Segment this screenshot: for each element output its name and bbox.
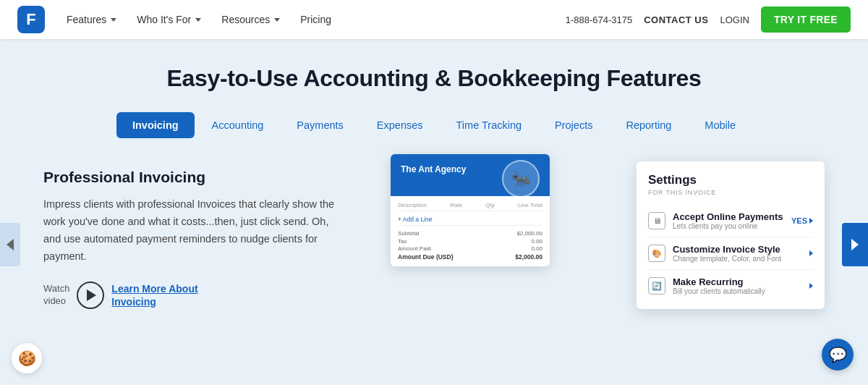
customize-style-label: Customize Invoice Style [673,244,802,255]
invoice-logo-circle: 🐜 [502,160,540,198]
chat-icon: 💬 [829,346,847,363]
chevron-left-icon [7,239,14,250]
invoice-header: The Ant Agency 🐜 [391,154,550,196]
feature-title: Professional Invoicing [43,169,347,186]
phone-number: 1-888-674-3175 [566,14,633,25]
accept-payments-desc: Lets clients pay you online [673,222,784,230]
feature-description: Professional Invoicing Impress clients w… [43,161,347,309]
page-title: Easy-to-Use Accounting & Bookkeeping Fea… [0,65,868,92]
add-line-button[interactable]: + Add a Line [398,213,542,226]
accept-payments-label: Accept Online Payments [673,211,784,222]
col-line-total: Line Total [518,202,542,208]
palette-icon: 🎨 [648,245,665,262]
nav-links: Features Who It's For Resources Pricing [58,8,566,31]
chat-bubble[interactable]: 💬 [822,339,854,371]
subtotal-row: Subtotal $2,000.00 [398,230,542,237]
nav-features[interactable]: Features [58,8,125,31]
nav-resources[interactable]: Resources [213,8,289,31]
nav-right: 1-888-674-3175 CONTACT US LOGIN TRY IT F… [566,7,851,33]
chevron-down-icon [111,18,116,22]
settings-customize-style: 🎨 Customize Invoice Style Change templat… [648,237,813,270]
ant-icon: 🐜 [511,169,531,188]
play-icon [87,289,96,301]
contact-us-link[interactable]: CONTACT US [644,14,708,25]
make-recurring-action[interactable] [809,283,813,289]
chevron-down-icon [274,18,280,22]
navigation: F Features Who It's For Resources Pricin… [0,0,868,39]
logo-letter: F [26,10,35,29]
invoice-mockup: The Ant Agency 🐜 Description Rate Qty Li… [391,154,825,328]
col-description: Description [398,202,427,208]
tab-mobile[interactable]: Mobile [689,112,752,138]
tab-payments[interactable]: Payments [281,112,359,138]
settings-item-text: Customize Invoice Style Change template,… [673,244,802,263]
make-recurring-desc: Bill your clients automatically [673,287,802,295]
accept-payments-action[interactable]: YES [791,216,813,225]
chevron-down-icon [195,18,201,22]
try-it-free-button[interactable]: TRY IT FREE [761,7,851,33]
tab-accounting[interactable]: Accounting [196,112,280,138]
settings-subtitle: FOR THIS INVOICE [648,189,813,196]
amount-paid-row: Amount Paid 0.00 [398,245,542,252]
col-rate: Rate [450,202,462,208]
chevron-right-icon [851,239,859,250]
settings-accept-payments: 🖥 Accept Online Payments Lets clients pa… [648,205,813,237]
tab-time-tracking[interactable]: Time Tracking [441,112,538,138]
monitor-icon: 🖥 [648,212,665,229]
customize-style-desc: Change template, Color, and Font [673,255,802,263]
settings-panel: Settings FOR THIS INVOICE 🖥 Accept Onlin… [637,161,825,309]
logo[interactable]: F [17,6,45,33]
chevron-right-icon [809,283,813,289]
tab-invoicing[interactable]: Invoicing [116,112,195,138]
tab-projects[interactable]: Projects [539,112,608,138]
invoice-company-name: The Ant Agency [401,164,466,174]
chevron-right-icon [809,218,813,224]
settings-item-text: Make Recurring Bill your clients automat… [673,276,802,295]
settings-item-text: Accept Online Payments Lets clients pay … [673,211,784,230]
tab-reporting[interactable]: Reporting [610,112,687,138]
col-qty: Qty [485,202,494,208]
cookie-notice[interactable]: 🍪 [12,343,42,373]
invoice-totals: Subtotal $2,000.00 Tax 0.00 Amount Paid … [398,230,542,261]
amount-due-row: Amount Due (USD) $2,000.00 [398,253,542,261]
watch-video-section: Watchvideo Learn More AboutInvoicing [43,282,347,309]
feature-text: Impress clients with professional Invoic… [43,196,347,266]
recurring-icon: 🔄 [648,277,665,295]
invoice-table-header: Description Rate Qty Line Total [398,202,542,211]
tab-expenses[interactable]: Expenses [361,112,439,138]
invoice-body: Description Rate Qty Line Total + Add a … [391,196,550,266]
invoice-card: The Ant Agency 🐜 Description Rate Qty Li… [391,154,550,266]
main-content: Easy-to-Use Accounting & Bookkeeping Fea… [0,39,868,328]
play-button[interactable] [77,282,104,309]
login-link[interactable]: LOGIN [720,14,749,25]
customize-style-action[interactable] [809,250,813,256]
next-arrow[interactable] [842,223,868,266]
learn-more-link[interactable]: Learn More AboutInvoicing [111,282,197,308]
chevron-right-icon [809,250,813,256]
settings-title: Settings [648,173,813,187]
nav-who-its-for[interactable]: Who It's For [128,8,210,31]
watch-label: Watchvideo [43,283,69,308]
settings-make-recurring: 🔄 Make Recurring Bill your clients autom… [648,270,813,302]
cookie-icon: 🍪 [18,350,36,367]
feature-tabs: Invoicing Accounting Payments Expenses T… [0,112,868,138]
tax-row: Tax 0.00 [398,238,542,245]
make-recurring-label: Make Recurring [673,276,802,287]
feature-content: Professional Invoicing Impress clients w… [0,161,868,328]
nav-pricing[interactable]: Pricing [292,8,340,31]
prev-arrow[interactable] [0,223,20,266]
